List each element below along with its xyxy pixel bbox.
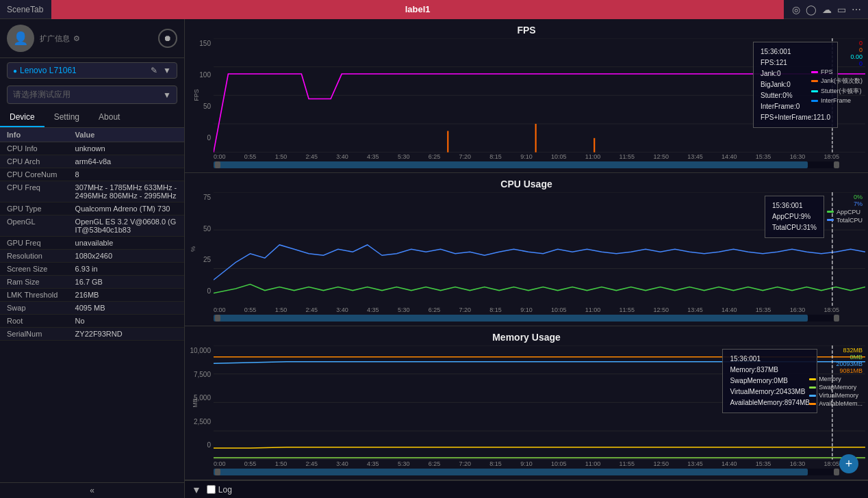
- table-row: GPU TypeQualcomm Adreno (TM) 730: [0, 202, 184, 215]
- table-row: CPU Freq307MHz - 1785MHz 633MHz - 2496MH…: [0, 181, 184, 202]
- folder-icon[interactable]: ▭: [837, 4, 846, 15]
- info-table: CPU Infounknown CPU Archarm64-v8a CPU Co…: [0, 142, 184, 482]
- fps-legend-interframe-color: [811, 100, 818, 102]
- avatar: 👤: [7, 25, 34, 52]
- memory-chart-title: Memory Usage: [188, 332, 865, 343]
- device-actions: 扩广信息 ⚙: [40, 34, 153, 44]
- fps-legend: 0 0 0.00 0 FPS Jank(卡顿次数) Stutter(卡顿率) I…: [811, 40, 863, 105]
- device-dot-icon: ●: [13, 67, 17, 75]
- table-row: GPU Frequnavailable: [0, 237, 184, 250]
- fps-legend-stutter-color: [811, 90, 818, 92]
- col-header-value: Value: [75, 131, 177, 139]
- table-row: LMK Threshold216MB: [0, 289, 184, 302]
- memory-legend: 832MB 0MB 20093MB 9081MB Memory SwapMemo…: [809, 347, 863, 408]
- memory-legend-available-color: [809, 403, 816, 405]
- target-icon[interactable]: ◎: [792, 4, 800, 15]
- app-selector-text: 请选择测试应用: [13, 89, 160, 101]
- fps-yaxis: 150 100 50 0: [188, 38, 214, 153]
- scene-tab-label: SceneTab: [0, 5, 50, 14]
- device-selector[interactable]: ● Lenovo L71061 ✎ ▼: [7, 62, 177, 79]
- label1-tab[interactable]: label1: [51, 0, 784, 19]
- fps-chart-svg: [214, 38, 865, 153]
- table-row: Screen Size6.93 in: [0, 263, 184, 276]
- left-panel: 👤 扩广信息 ⚙ ⏺ ● Lenovo L71061 ✎ ▼ 请选择测试应用 ▼…: [0, 19, 185, 498]
- table-row: CPU Archarm64-v8a: [0, 155, 184, 168]
- fps-chart-title: FPS: [188, 25, 865, 36]
- app-selector[interactable]: 请选择测试应用 ▼: [7, 86, 177, 104]
- cpu-chart-area: 15:36:001 AppCPU:9% TotalCPU:31% 0% 7% A…: [214, 192, 865, 306]
- fps-legend-jank-color: [811, 80, 818, 82]
- chevron-left-icon: «: [90, 486, 94, 495]
- table-row: Resolution1080x2460: [0, 250, 184, 263]
- fps-scrollbar-right-handle[interactable]: [834, 161, 839, 168]
- table-row: Ram Size16.7 GB: [0, 276, 184, 289]
- record-button[interactable]: ⏺: [158, 29, 177, 48]
- main-layout: 👤 扩广信息 ⚙ ⏺ ● Lenovo L71061 ✎ ▼ 请选择测试应用 ▼…: [0, 19, 868, 498]
- gear-icon[interactable]: ⚙: [73, 34, 80, 43]
- app-chevron-icon[interactable]: ▼: [163, 90, 171, 100]
- cpu-chart-title: CPU Usage: [188, 179, 865, 189]
- fps-scrollbar[interactable]: [214, 161, 839, 168]
- add-chart-button[interactable]: +: [839, 454, 858, 473]
- bottom-bar: ▼ Log: [185, 480, 868, 498]
- memory-scrollbar[interactable]: [214, 469, 839, 475]
- fps-chart-area: 15:36:001 FPS:121 Jank:0 BigJank:0 Stutt…: [214, 38, 865, 153]
- memory-chart-container: Memory Usage 10,000 7,500 5,000 2,500 0 …: [185, 326, 868, 480]
- log-checkbox[interactable]: [207, 485, 216, 494]
- fps-xaxis: 0:000:551:502:453:404:355:306:257:208:15…: [188, 153, 865, 160]
- fps-chart-container: FPS 150 100 50 0 FPS: [185, 19, 868, 173]
- tab-bar: Device Setting About: [0, 108, 184, 128]
- fps-yaxis-label: FPS: [193, 90, 200, 102]
- cpu-legend-app-color: [827, 211, 834, 213]
- bell-icon[interactable]: ◯: [806, 4, 817, 15]
- expand-info-button[interactable]: 扩广信息: [40, 34, 70, 44]
- memory-legend-swap-color: [809, 386, 816, 389]
- table-row: CPU CoreNum8: [0, 168, 184, 181]
- col-header-info: Info: [7, 131, 75, 139]
- memory-chart-area: 15:36:001 Memory:837MB SwapMemory:0MB Vi…: [214, 345, 865, 460]
- device-name-label: Lenovo L71061: [20, 66, 148, 75]
- table-row: SerialNumZY22F93RND: [0, 328, 184, 341]
- memory-legend-mem-color: [809, 378, 816, 380]
- cpu-legend-total-color: [827, 219, 834, 221]
- cpu-xaxis: 0:000:551:502:453:404:355:306:257:208:15…: [188, 306, 865, 313]
- cpu-chart-svg: [214, 192, 865, 306]
- edit-icon[interactable]: ✎: [151, 66, 157, 75]
- fps-scrollbar-thumb: [214, 161, 808, 168]
- fps-scrollbar-left-handle[interactable]: [215, 161, 220, 168]
- cpu-scrollbar[interactable]: [214, 315, 839, 322]
- collapse-panel-button[interactable]: «: [0, 482, 184, 498]
- log-label: Log: [218, 485, 232, 495]
- top-icons: ◎ ◯ ☁ ▭ ⋯: [785, 4, 868, 15]
- memory-scrollbar-right-handle[interactable]: [834, 469, 839, 475]
- table-row: RootNo: [0, 315, 184, 328]
- cpu-scrollbar-thumb: [214, 315, 808, 322]
- table-row: CPU Infounknown: [0, 142, 184, 155]
- tab-device[interactable]: Device: [0, 108, 44, 127]
- memory-scrollbar-left-handle[interactable]: [215, 469, 220, 475]
- cpu-legend: 0% 7% AppCPU TotalCPU: [827, 194, 863, 225]
- cpu-chart-container: CPU Usage 75 50 25 0 %: [185, 173, 868, 327]
- tab-setting[interactable]: Setting: [44, 108, 89, 127]
- device-header: 👤 扩广信息 ⚙ ⏺: [0, 19, 184, 58]
- cpu-scrollbar-right-handle[interactable]: [834, 315, 839, 322]
- top-bar: SceneTab label1 ◎ ◯ ☁ ▭ ⋯: [0, 0, 868, 19]
- fps-legend-fps-color: [811, 71, 818, 73]
- table-row: OpenGLOpenGL ES 3.2 V@0608.0 (GIT@53b40c…: [0, 215, 184, 237]
- memory-chart-svg: [214, 345, 865, 460]
- memory-xaxis: 0:000:551:502:453:404:355:306:257:208:15…: [188, 460, 865, 467]
- settings-icon[interactable]: ⋯: [852, 4, 861, 15]
- cloud-icon[interactable]: ☁: [822, 4, 832, 15]
- cpu-scrollbar-left-handle[interactable]: [215, 315, 220, 322]
- memory-yaxis-label: MB: [192, 398, 199, 408]
- memory-scrollbar-thumb: [214, 469, 808, 475]
- info-table-header: Info Value: [0, 128, 184, 142]
- log-checkbox-label: Log: [207, 485, 232, 495]
- memory-legend-virtual-color: [809, 395, 816, 397]
- tab-about[interactable]: About: [89, 108, 129, 127]
- cpu-yaxis-label: %: [190, 246, 196, 252]
- device-chevron-icon[interactable]: ▼: [163, 66, 171, 75]
- table-row: Swap4095 MB: [0, 302, 184, 315]
- right-panel: FPS 150 100 50 0 FPS: [185, 19, 868, 480]
- expand-log-button[interactable]: ▼: [192, 484, 201, 495]
